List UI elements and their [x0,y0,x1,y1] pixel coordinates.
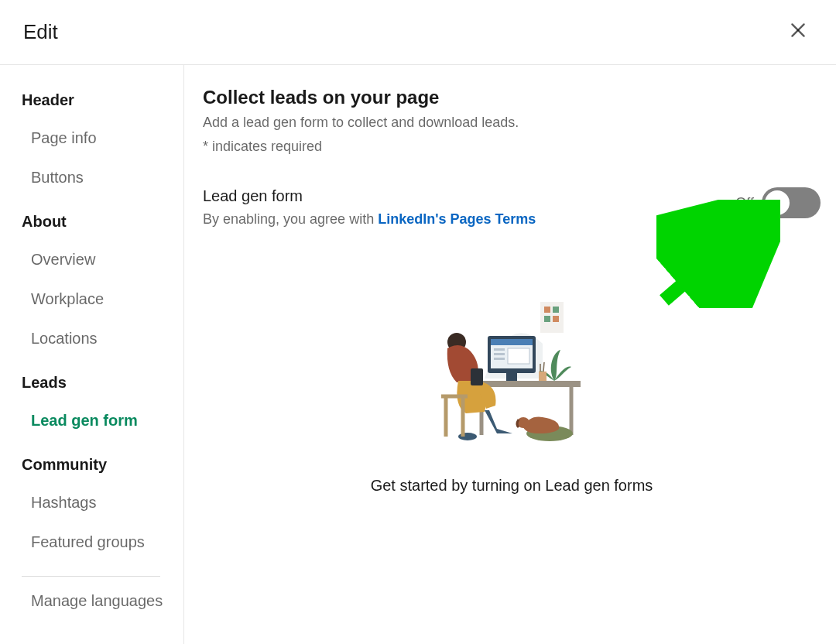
sidebar-item-workplace[interactable]: Workplace [22,279,176,319]
dialog-header: Edit [0,0,836,65]
lead-gen-toggle[interactable] [762,187,821,218]
sidebar-section-community: Community [22,456,176,474]
main-panel: Collect leads on your page Add a lead ge… [184,65,836,644]
svg-line-20 [543,362,544,372]
lead-gen-toggle-description: By enabling, you agree with LinkedIn's P… [203,211,735,228]
toggle-knob-icon [765,190,790,215]
sidebar-item-hashtags[interactable]: Hashtags [22,483,176,522]
sidebar-divider [22,576,160,577]
svg-rect-13 [494,348,505,351]
sidebar-section-header: Header [22,91,176,109]
sidebar-item-manage-languages[interactable]: Manage languages [22,581,176,621]
sidebar-item-page-info[interactable]: Page info [22,118,176,158]
sidebar-item-locations[interactable]: Locations [22,319,176,358]
svg-rect-12 [491,339,533,345]
svg-rect-3 [544,307,550,313]
svg-rect-16 [508,348,529,364]
sidebar-item-lead-gen-form[interactable]: Lead gen form [22,401,176,440]
svg-rect-18 [539,372,546,381]
svg-rect-15 [494,358,505,360]
svg-rect-17 [506,373,517,381]
lead-gen-toggle-label: Lead gen form [203,187,735,205]
sidebar-section-about: About [22,213,176,231]
close-button[interactable] [783,15,813,49]
dialog-title: Edit [23,20,58,44]
empty-state: Get started by turning on Lead gen forms [203,297,821,495]
sidebar: Header Page info Buttons About Overview … [0,65,184,644]
sidebar-item-buttons[interactable]: Buttons [22,158,176,197]
close-icon [788,20,808,40]
empty-state-illustration-icon [430,297,593,452]
sidebar-item-featured-groups[interactable]: Featured groups [22,522,176,562]
svg-rect-4 [553,307,559,313]
svg-rect-6 [553,316,559,322]
empty-state-caption: Get started by turning on Lead gen forms [203,477,821,495]
sidebar-section-leads: Leads [22,374,176,392]
page-subtitle: Add a lead gen form to collect and downl… [203,115,821,131]
toggle-desc-prefix: By enabling, you agree with [203,211,378,227]
pages-terms-link[interactable]: LinkedIn's Pages Terms [378,211,536,227]
toggle-state-label: Off [735,195,754,211]
sidebar-item-overview[interactable]: Overview [22,240,176,279]
page-title: Collect leads on your page [203,87,821,108]
lead-gen-toggle-row: Lead gen form By enabling, you agree wit… [203,187,821,228]
required-indicator-note: * indicates required [203,139,821,155]
svg-rect-2 [540,302,564,333]
svg-rect-5 [544,316,550,322]
svg-rect-22 [471,368,483,385]
svg-rect-14 [494,353,505,355]
